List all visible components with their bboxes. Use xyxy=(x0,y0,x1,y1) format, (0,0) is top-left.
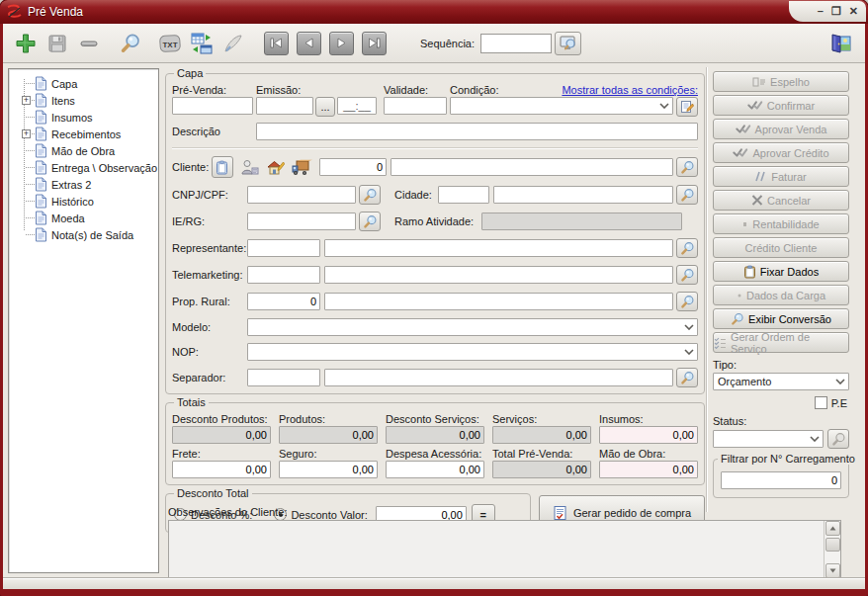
representante-name-input[interactable] xyxy=(324,239,673,257)
pre-venda-input[interactable] xyxy=(172,97,253,115)
cliente-name-input[interactable] xyxy=(391,158,673,176)
credito-cliente-button[interactable]: Crédito Cliente xyxy=(713,237,849,258)
emissao-calendar-button[interactable]: ... xyxy=(315,97,335,117)
add-button[interactable] xyxy=(11,29,41,58)
exit-button[interactable] xyxy=(825,29,855,58)
nop-combobox[interactable] xyxy=(247,343,698,361)
grid-transfer-button[interactable] xyxy=(187,29,217,58)
tree-item-moeda[interactable]: Moeda xyxy=(11,210,156,226)
pe-checkbox[interactable] xyxy=(815,396,827,409)
gerar-ordem-servico-button[interactable]: Gerar Ordem de Serviço xyxy=(713,332,849,353)
tree-item-notas-de-saida[interactable]: Nota(s) de Saída xyxy=(11,226,156,243)
delete-button[interactable] xyxy=(74,29,104,58)
mao-de-obra-input[interactable] xyxy=(599,461,698,478)
minimize-button[interactable]: – xyxy=(818,6,824,17)
truck-icon[interactable] xyxy=(292,159,312,176)
tree-item-itens[interactable]: + Itens xyxy=(11,92,156,109)
tree-item-extras-2[interactable]: Extras 2 xyxy=(11,176,156,193)
tree-item-insumos[interactable]: Insumos xyxy=(11,109,156,126)
nav-last-button[interactable] xyxy=(362,32,387,55)
nav-first-button[interactable] xyxy=(264,32,289,55)
separador-code-input[interactable] xyxy=(247,369,320,386)
vertical-scrollbar[interactable] xyxy=(824,521,840,578)
ie-rg-search-button[interactable] xyxy=(359,212,381,231)
mostrar-condicoes-link[interactable]: Mostrar todas as condições: xyxy=(562,84,698,97)
tree-item-mao-de-obra[interactable]: Mão de Obra xyxy=(11,142,156,159)
tree-item-capa[interactable]: Capa xyxy=(11,75,156,92)
fixar-dados-button[interactable]: Fixar Dados xyxy=(713,261,849,282)
condicao-label: Condição: xyxy=(450,84,499,97)
condicao-combobox[interactable] xyxy=(450,97,673,115)
client-person-icon[interactable] xyxy=(240,159,259,176)
cidade-code-input[interactable] xyxy=(438,186,489,204)
expand-icon[interactable]: + xyxy=(22,129,31,138)
sequence-input[interactable] xyxy=(480,34,552,53)
prop-rural-code-input[interactable] xyxy=(247,293,320,310)
save-button[interactable] xyxy=(43,29,72,58)
cnpj-search-button[interactable] xyxy=(359,185,381,205)
exibir-conversao-button[interactable]: Exibir Conversão xyxy=(713,308,849,329)
status-combobox[interactable] xyxy=(713,430,824,448)
telemarketing-search-button[interactable] xyxy=(676,265,698,285)
separador-search-button[interactable] xyxy=(676,368,698,387)
faturar-button[interactable]: Faturar xyxy=(713,166,849,187)
aprovar-credito-button[interactable]: Aprovar Crédito xyxy=(713,142,849,163)
view-search-button[interactable] xyxy=(555,32,581,55)
seguro-input[interactable] xyxy=(279,461,378,478)
confirmar-button[interactable]: Confirmar xyxy=(713,95,849,116)
txt-export-button[interactable]: TXT xyxy=(155,29,185,58)
validade-input[interactable] xyxy=(384,97,447,115)
tree-item-entrega-observacao[interactable]: Entrega \ Observação xyxy=(11,159,156,176)
cnpj-cpf-input[interactable] xyxy=(247,186,356,204)
tree-item-recebimentos[interactable]: + Recebimentos xyxy=(11,126,156,142)
insumos-input[interactable] xyxy=(599,426,698,444)
button-label: Cancelar xyxy=(767,195,811,207)
scroll-down-button[interactable] xyxy=(825,563,840,578)
rentabilidade-button[interactable]: Rentabilidade xyxy=(713,213,849,234)
telemarketing-name-input[interactable] xyxy=(324,266,673,284)
address-edit-icon[interactable] xyxy=(266,159,285,176)
nav-previous-button[interactable] xyxy=(297,32,321,55)
cancelar-button[interactable]: Cancelar xyxy=(713,190,849,211)
cliente-new-button[interactable] xyxy=(212,156,233,178)
aprovar-venda-button[interactable]: Aprovar Venda xyxy=(713,119,849,139)
cliente-search-button[interactable] xyxy=(676,157,698,177)
condicao-edit-button[interactable] xyxy=(676,97,698,117)
tree-item-historico[interactable]: Histórico xyxy=(11,193,156,210)
total-label: Frete: xyxy=(172,448,271,461)
modelo-combobox[interactable] xyxy=(247,318,698,336)
search-button[interactable] xyxy=(116,29,145,58)
prop-rural-name-input[interactable] xyxy=(324,293,673,310)
observacoes-textarea[interactable] xyxy=(168,520,841,579)
cidade-name-input[interactable] xyxy=(493,186,673,204)
telemarketing-code-input[interactable] xyxy=(247,266,320,284)
cliente-code-input[interactable] xyxy=(319,158,387,176)
nop-row: NOP: xyxy=(172,343,698,361)
tipo-combobox[interactable]: Orçamento xyxy=(713,373,849,390)
close-button[interactable]: ✕ xyxy=(849,6,858,17)
search-icon xyxy=(680,188,695,203)
status-search-button[interactable] xyxy=(827,429,849,449)
ie-rg-input[interactable] xyxy=(247,213,356,230)
expand-icon[interactable]: + xyxy=(22,96,31,105)
dados-da-carga-button[interactable]: Dados da Carga xyxy=(713,285,849,305)
prop-rural-search-button[interactable] xyxy=(676,292,698,311)
separador-name-input[interactable] xyxy=(324,369,673,386)
cidade-search-button[interactable] xyxy=(676,185,698,205)
emissao-time-input[interactable] xyxy=(337,97,377,115)
scroll-thumb[interactable] xyxy=(825,538,840,552)
maximize-button[interactable]: ❐ xyxy=(831,6,841,17)
frete-input[interactable] xyxy=(172,461,271,478)
scroll-up-button[interactable] xyxy=(825,521,840,536)
descricao-input[interactable] xyxy=(256,123,698,140)
representante-code-input[interactable] xyxy=(247,239,320,257)
representante-search-button[interactable] xyxy=(676,238,698,258)
nav-next-button[interactable] xyxy=(329,32,354,55)
filtro-carregamento-input[interactable] xyxy=(721,471,841,489)
despesa-acessoria-input[interactable] xyxy=(386,461,484,478)
emissao-date-input[interactable] xyxy=(256,97,313,115)
total-label: Insumos: xyxy=(599,413,698,426)
espelho-button[interactable]: Espelho xyxy=(713,71,849,92)
grid-transfer-icon xyxy=(190,32,214,55)
sign-button[interactable] xyxy=(218,29,248,58)
